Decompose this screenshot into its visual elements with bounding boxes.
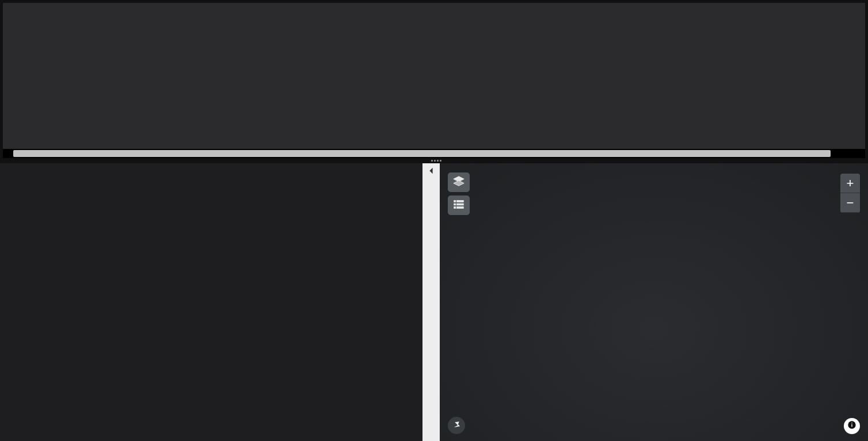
svg-rect-6: [456, 204, 463, 205]
svg-rect-5: [454, 204, 456, 205]
project-details-accordion[interactable]: [0, 163, 422, 441]
svg-rect-7: [454, 207, 456, 209]
info-icon: [847, 420, 856, 432]
map-legend-button[interactable]: [448, 195, 470, 215]
table-horizontal-scrollbar[interactable]: [3, 149, 865, 158]
map-layers-button[interactable]: [448, 172, 470, 192]
svg-marker-2: [454, 181, 464, 186]
map-zoom-controls: + −: [840, 174, 860, 213]
list-icon: [452, 198, 465, 213]
details-panel-collapse-tab[interactable]: [422, 163, 440, 441]
zoom-out-button[interactable]: −: [840, 193, 860, 213]
collapse-left-icon[interactable]: [427, 167, 435, 177]
map-locate-button[interactable]: [448, 417, 465, 434]
minus-icon: −: [847, 195, 854, 210]
layers-icon: [452, 175, 465, 190]
svg-rect-8: [456, 207, 463, 209]
map-panel[interactable]: + −: [440, 163, 868, 441]
svg-rect-10: [851, 424, 852, 427]
projects-table-panel: [0, 0, 868, 161]
plus-icon: +: [847, 176, 854, 191]
table-scroll[interactable]: [3, 3, 865, 149]
locate-icon: [452, 420, 461, 431]
svg-marker-0: [429, 168, 432, 174]
svg-rect-11: [851, 423, 852, 423]
zoom-in-button[interactable]: +: [840, 174, 860, 193]
svg-rect-4: [456, 201, 463, 202]
svg-rect-3: [454, 201, 456, 202]
map-background: [440, 163, 868, 441]
map-info-button[interactable]: [844, 418, 860, 434]
